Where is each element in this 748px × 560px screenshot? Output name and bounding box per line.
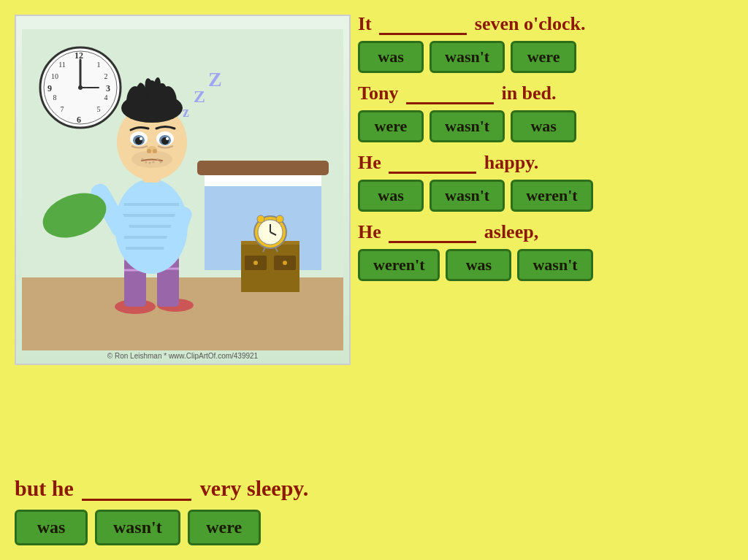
sentence-text-2: Tony in bed. (358, 80, 738, 104)
sentence-block-2: Tony in bed. were wasn't was (358, 80, 738, 142)
s1-blank (379, 11, 467, 35)
svg-point-79 (149, 162, 151, 164)
svg-point-16 (257, 215, 264, 223)
bottom-sentence-text: but he very sleepy. (15, 474, 730, 501)
sentence-block-4: He asleep, weren't was wasn't (358, 219, 738, 281)
copyright-text: © Ron Leishman * www.ClipArtOf.com/43992… (107, 352, 258, 360)
svg-point-80 (153, 161, 155, 164)
svg-text:1: 1 (97, 61, 101, 69)
s1-options: was wasn't were (358, 41, 738, 73)
svg-point-17 (276, 215, 283, 223)
s3-blank (389, 150, 476, 174)
bottom-option-1[interactable]: wasn't (95, 510, 180, 545)
s4-after: asleep, (484, 221, 538, 242)
s4-before: He (358, 221, 381, 242)
s2-option-2[interactable]: was (511, 110, 576, 142)
svg-text:6: 6 (77, 115, 81, 125)
svg-text:9: 9 (47, 83, 52, 93)
svg-text:2: 2 (104, 72, 108, 80)
svg-point-69 (140, 137, 142, 140)
illustration-content: 12 3 6 9 1 2 4 5 11 10 8 7 (16, 16, 349, 364)
s2-option-0[interactable]: were (358, 110, 424, 142)
s3-options: was wasn't weren't (358, 180, 738, 212)
svg-text:5: 5 (97, 105, 101, 113)
svg-point-11 (283, 261, 287, 265)
s1-option-0[interactable]: was (358, 41, 424, 73)
svg-point-73 (166, 137, 169, 140)
s3-option-0[interactable]: was (358, 180, 424, 212)
svg-text:Z: Z (194, 87, 205, 106)
s1-after: seven o'clock. (475, 13, 586, 34)
svg-text:z: z (183, 104, 189, 120)
bottom-after: very sleepy. (200, 476, 308, 500)
bottom-before: but he (15, 476, 74, 500)
sentence-text-1: It seven o'clock. (358, 11, 738, 35)
bottom-options: was wasn't were (15, 510, 730, 545)
s3-after: happy. (484, 152, 538, 173)
sentence-block-1: It seven o'clock. was wasn't were (358, 11, 738, 73)
s2-after: in bed. (501, 83, 556, 104)
s2-blank (406, 80, 494, 104)
s4-blank (389, 219, 476, 243)
sentence-block-3: He happy. was wasn't weren't (358, 150, 738, 212)
content-area: It seven o'clock. was wasn't were Tony i… (358, 11, 738, 288)
svg-text:12: 12 (75, 50, 83, 61)
illustration-panel: 12 3 6 9 1 2 4 5 11 10 8 7 (15, 15, 351, 365)
s3-before: He (358, 152, 381, 173)
s3-option-2[interactable]: weren't (511, 180, 592, 212)
sentence-text-4: He asleep, (358, 219, 738, 243)
svg-text:Z: Z (208, 68, 222, 91)
svg-text:4: 4 (104, 93, 108, 101)
bottom-option-0[interactable]: was (15, 510, 88, 545)
svg-point-82 (160, 161, 162, 164)
s2-option-1[interactable]: wasn't (430, 110, 505, 142)
s4-option-0[interactable]: weren't (358, 249, 440, 281)
svg-point-10 (253, 261, 258, 265)
s4-options: weren't was wasn't (358, 249, 738, 281)
scene-svg: 12 3 6 9 1 2 4 5 11 10 8 7 (22, 29, 343, 350)
bottom-option-2[interactable]: were (188, 510, 261, 545)
s1-option-2[interactable]: were (511, 41, 576, 73)
svg-rect-3 (197, 161, 329, 175)
svg-text:10: 10 (51, 72, 58, 80)
bottom-blank (82, 474, 191, 501)
s1-before: It (358, 13, 372, 34)
sentence-text-3: He happy. (358, 150, 738, 174)
svg-text:7: 7 (61, 105, 64, 113)
s3-option-1[interactable]: wasn't (430, 180, 505, 212)
svg-point-36 (78, 85, 83, 90)
s1-option-1[interactable]: wasn't (430, 41, 505, 73)
bottom-area: but he very sleepy. was wasn't were (15, 474, 730, 545)
svg-text:11: 11 (58, 61, 66, 69)
svg-text:3: 3 (106, 83, 110, 93)
svg-point-75 (147, 149, 151, 153)
svg-point-78 (145, 161, 148, 164)
svg-point-81 (157, 158, 159, 161)
s2-options: were wasn't was (358, 110, 738, 142)
svg-point-77 (142, 158, 144, 161)
s4-option-1[interactable]: was (446, 249, 511, 281)
svg-point-76 (153, 149, 157, 153)
svg-text:8: 8 (53, 93, 57, 101)
page: 12 3 6 9 1 2 4 5 11 10 8 7 (0, 0, 748, 560)
s4-option-2[interactable]: wasn't (517, 249, 592, 281)
svg-rect-5 (205, 175, 321, 186)
s2-before: Tony (358, 83, 398, 104)
